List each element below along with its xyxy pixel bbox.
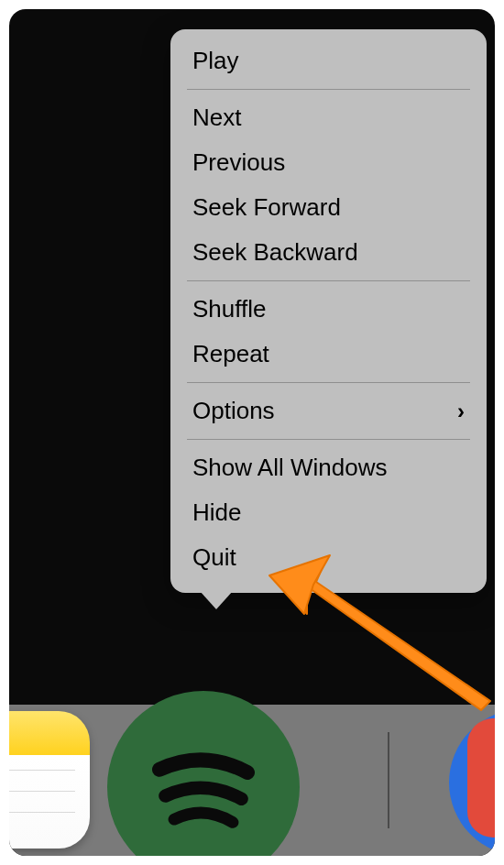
menu-item-play[interactable]: Play (170, 38, 487, 83)
menu-item-label: Hide (192, 498, 241, 527)
menu-item-label: Quit (192, 543, 236, 572)
chevron-right-icon: › (457, 399, 465, 424)
menu-item-show-all-windows[interactable]: Show All Windows (170, 445, 487, 490)
menu-separator (187, 280, 470, 281)
menu-item-label: Options (192, 397, 275, 425)
menu-item-label: Repeat (192, 340, 269, 368)
menu-item-label: Show All Windows (192, 454, 387, 482)
menu-item-label: Next (192, 104, 241, 132)
desktop-background: Play Next Previous Seek Forward Seek Bac… (9, 9, 495, 856)
menu-item-repeat[interactable]: Repeat (170, 332, 487, 377)
menu-item-seek-forward[interactable]: Seek Forward (170, 185, 487, 230)
menu-separator (187, 439, 470, 440)
menu-item-next[interactable]: Next (170, 95, 487, 140)
menu-item-label: Seek Backward (192, 238, 358, 267)
menu-tail-icon (200, 591, 233, 609)
dock-separator (388, 732, 389, 828)
menu-item-label: Play (192, 47, 239, 75)
notes-app-icon[interactable] (9, 711, 90, 849)
menu-item-hide[interactable]: Hide (170, 490, 487, 535)
menu-item-label: Previous (192, 148, 285, 177)
menu-item-options[interactable]: Options › (170, 389, 487, 433)
dock-context-menu: Play Next Previous Seek Forward Seek Bac… (170, 29, 487, 593)
dock (9, 705, 495, 856)
spotify-app-icon[interactable] (107, 691, 300, 856)
menu-separator (187, 382, 470, 383)
menu-item-label: Seek Forward (192, 193, 341, 222)
spotify-glyph-icon (130, 714, 277, 856)
menu-separator (187, 89, 470, 90)
menu-item-quit[interactable]: Quit (170, 535, 487, 580)
menu-item-label: Shuffle (192, 295, 266, 323)
notes-icon-lines (9, 770, 90, 833)
menu-item-previous[interactable]: Previous (170, 140, 487, 185)
chrome-app-icon[interactable] (467, 718, 495, 838)
menu-item-shuffle[interactable]: Shuffle (170, 287, 487, 332)
menu-item-seek-backward[interactable]: Seek Backward (170, 230, 487, 275)
